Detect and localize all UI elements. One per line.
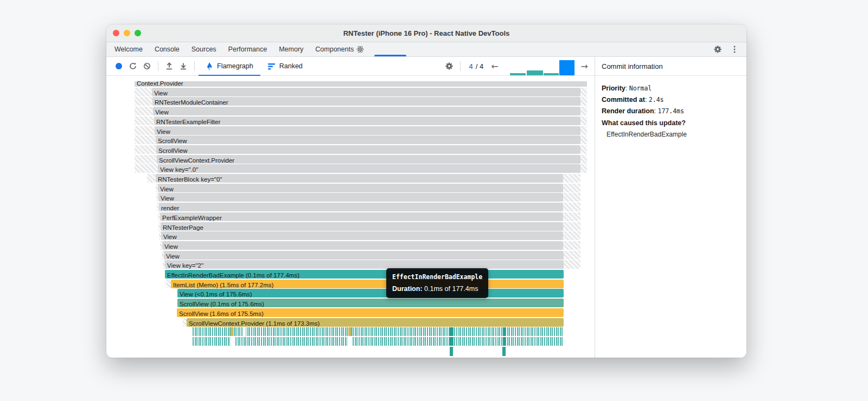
tab-performance[interactable]: Performance bbox=[222, 42, 273, 56]
flame-row: ScrollView (1.6ms of 175.5ms) bbox=[106, 308, 595, 317]
tab-memory-label: Memory bbox=[279, 46, 303, 53]
commit-selector-chart bbox=[502, 60, 578, 75]
flame-bar[interactable]: View bbox=[162, 241, 563, 250]
tab-welcome[interactable]: Welcome bbox=[108, 42, 149, 56]
settings-gear-icon[interactable] bbox=[713, 45, 722, 54]
flame-bar-label: EffectInRenderBadExample (0.1ms of 177.4… bbox=[165, 272, 299, 279]
tab-memory[interactable]: Memory bbox=[273, 42, 309, 56]
flame-bar[interactable]: View (<0.1ms of 175.6ms) bbox=[177, 289, 564, 297]
total-commit-number: 4 bbox=[480, 62, 483, 70]
flame-bar-label: View bbox=[158, 186, 174, 192]
flame-row: View bbox=[106, 193, 595, 202]
flame-bar[interactable]: ScrollView bbox=[156, 145, 580, 154]
flame-bar[interactable]: ScrollViewContext.Provider bbox=[157, 155, 580, 164]
tab-profiler[interactable] bbox=[370, 42, 411, 56]
profiler-settings-gear-icon[interactable] bbox=[442, 59, 456, 73]
flame-bar[interactable]: View bbox=[158, 184, 563, 192]
flame-bar[interactable]: RNTesterModuleContainer bbox=[152, 97, 580, 106]
flame-bar[interactable]: ScrollView (1.6ms of 175.5ms) bbox=[177, 308, 564, 317]
flame-bar-label: ScrollView (0.1ms of 175.6ms) bbox=[177, 301, 264, 307]
did-not-render-hatch bbox=[135, 88, 152, 96]
tab-console[interactable]: Console bbox=[149, 42, 186, 56]
kebab-menu-icon[interactable] bbox=[730, 45, 739, 54]
flamegraph-canvas: Context.ProviderViewRNTesterModuleContai… bbox=[106, 76, 595, 358]
reload-and-profile-button[interactable] bbox=[126, 59, 140, 73]
flame-bar[interactable]: View bbox=[164, 251, 564, 260]
flame-bar[interactable]: View bbox=[155, 126, 580, 135]
did-not-render-hatch bbox=[580, 107, 587, 115]
did-not-render-hatch bbox=[580, 97, 587, 106]
committed-at-label: Committed at bbox=[602, 96, 645, 104]
flame-stripe-row[interactable] bbox=[193, 337, 564, 346]
flame-row: ScrollView (0.1ms of 175.6ms) bbox=[106, 299, 595, 307]
flame-row: ScrollViewContext.Provider bbox=[106, 155, 595, 164]
commit-info-panel: Commit information Priority: Normal Comm… bbox=[595, 57, 746, 358]
flame-bar[interactable]: Context.Provider bbox=[135, 81, 587, 87]
download-profile-button[interactable] bbox=[176, 59, 190, 73]
update-cause-question: What caused this update? bbox=[602, 118, 740, 129]
flame-bar[interactable]: View key="2" bbox=[165, 260, 564, 269]
update-cause-component[interactable]: EffectInRenderBadExample bbox=[602, 129, 740, 140]
tab-sources-label: Sources bbox=[192, 46, 216, 53]
did-not-render-hatch bbox=[147, 174, 156, 183]
flame-row: ScrollViewContext.Provider (1.1ms of 173… bbox=[106, 318, 595, 327]
did-not-render-hatch bbox=[580, 145, 587, 154]
close-window-button[interactable] bbox=[113, 30, 119, 36]
flame-bar-label: View bbox=[155, 128, 170, 135]
flame-bar-label: PerfExampleWrapper bbox=[160, 215, 222, 221]
commit-bar-4[interactable] bbox=[559, 60, 575, 75]
stripe-accent bbox=[347, 337, 352, 346]
stripe-accent bbox=[230, 337, 235, 346]
did-not-render-hatch bbox=[563, 203, 580, 211]
next-commit-arrow-icon[interactable]: → bbox=[578, 61, 591, 72]
flame-bar[interactable]: ItemList (Memo) (1.5ms of 177.2ms) bbox=[171, 280, 564, 288]
flame-bar-label: ScrollViewContext.Provider bbox=[157, 157, 234, 164]
flame-bar-label: RNTesterModuleContainer bbox=[152, 99, 228, 106]
flame-bar[interactable]: EffectInRenderBadExample (0.1ms of 177.4… bbox=[165, 270, 564, 279]
flame-mini-bar[interactable] bbox=[450, 347, 453, 356]
tab-flamegraph[interactable]: Flamegraph bbox=[199, 57, 260, 76]
zoom-window-button[interactable] bbox=[135, 30, 141, 36]
flame-bar[interactable]: View bbox=[152, 88, 580, 96]
stripe-accent bbox=[231, 327, 233, 336]
tab-ranked[interactable]: Ranked bbox=[260, 57, 310, 76]
flame-bar[interactable]: View bbox=[161, 231, 563, 240]
profiler-toolbar: Flamegraph Ranked 4/ 4 ← → bbox=[106, 57, 595, 76]
did-not-render-hatch bbox=[563, 174, 580, 183]
flame-bar[interactable]: View key=".0" bbox=[158, 164, 580, 173]
commit-bar-3[interactable] bbox=[544, 73, 559, 75]
flame-bar[interactable]: RNTesterExampleFilter bbox=[154, 117, 580, 125]
tooltip-duration-label: Duration: bbox=[392, 285, 423, 293]
commit-bar-2[interactable] bbox=[527, 70, 543, 75]
priority-row: Priority: Normal bbox=[602, 83, 740, 94]
window-title: RNTester (iPhone 16 Pro) - React Native … bbox=[106, 29, 746, 37]
flame-bar[interactable]: render bbox=[159, 203, 563, 211]
priority-value: Normal bbox=[629, 85, 652, 92]
record-button[interactable] bbox=[112, 59, 126, 73]
flame-stripe-row[interactable] bbox=[193, 327, 564, 336]
flame-bar[interactable]: ScrollViewContext.Provider (1.1ms of 173… bbox=[187, 318, 564, 327]
flame-bar[interactable]: ScrollView bbox=[156, 135, 580, 144]
flame-bar[interactable]: View bbox=[153, 107, 580, 115]
previous-commit-arrow-icon[interactable]: ← bbox=[488, 61, 501, 72]
flame-bar[interactable]: PerfExampleWrapper bbox=[160, 212, 563, 221]
tooltip-component-name: EffectInRenderBadExample bbox=[392, 273, 482, 281]
clear-profiling-data-button[interactable] bbox=[140, 59, 154, 73]
current-commit-number[interactable]: 4 bbox=[469, 62, 473, 70]
tab-components[interactable]: Components bbox=[309, 42, 370, 56]
upload-profile-button[interactable] bbox=[162, 59, 176, 73]
flame-bar[interactable]: ScrollView (0.1ms of 175.6ms) bbox=[177, 299, 564, 307]
did-not-render-hatch bbox=[135, 164, 158, 173]
traffic-lights bbox=[113, 30, 141, 36]
minimize-window-button[interactable] bbox=[124, 30, 130, 36]
did-not-render-hatch bbox=[563, 222, 580, 231]
flame-row: View bbox=[106, 241, 595, 250]
did-not-render-hatch bbox=[135, 107, 153, 115]
did-not-render-hatch bbox=[563, 231, 580, 240]
flame-bar[interactable]: RNTesterBlock key="0" bbox=[156, 174, 563, 183]
flame-mini-bar[interactable] bbox=[502, 347, 506, 356]
tab-sources[interactable]: Sources bbox=[186, 42, 222, 56]
flame-bar[interactable]: View bbox=[158, 193, 563, 202]
flame-bar[interactable]: RNTesterPage bbox=[161, 222, 563, 231]
commit-bar-1[interactable] bbox=[510, 73, 526, 75]
